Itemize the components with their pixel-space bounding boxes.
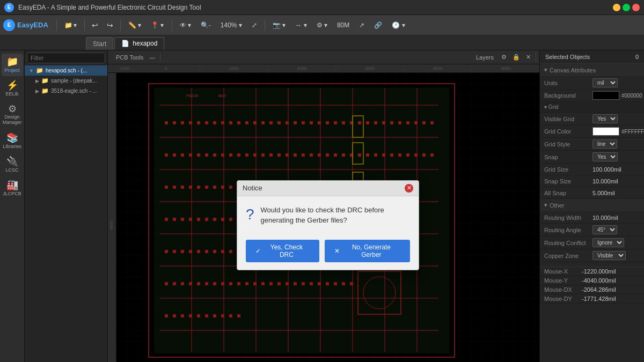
draw-menu-button[interactable]: ✏️ ▾ xyxy=(125,19,145,31)
file-sample-label: sample - (deepak... xyxy=(51,78,97,84)
file-item-sample[interactable]: ▶ 📁 sample - (deepak... xyxy=(25,76,107,86)
grid-size-row: Grid Size 100.000mil xyxy=(540,164,644,175)
snap-select[interactable]: YesNo xyxy=(592,152,618,161)
dialog: Notice ✕ ? Would you like to check the D… xyxy=(237,180,419,270)
file-filter-area xyxy=(25,50,107,65)
history-button[interactable]: 🕐 ▾ xyxy=(388,19,408,31)
visible-grid-label: Visible Grid xyxy=(544,116,592,122)
tab-hexapod-label: hexapod xyxy=(133,40,157,47)
sidebar-item-design-manager[interactable]: ⚙ DesignManager xyxy=(2,101,23,129)
zoom-level[interactable]: 140% ▾ xyxy=(217,19,246,31)
tab-start[interactable]: Start xyxy=(86,37,113,50)
copper-zone-value: VisibleHidden xyxy=(592,251,640,260)
checkmark-icon: ✓ xyxy=(255,247,261,255)
pcb-tools-minimize[interactable]: — xyxy=(147,53,158,62)
snap-size-row: Snap Size 10.000mil xyxy=(540,175,644,187)
ruler-vertical: -1000 0 1000 2000 xyxy=(108,73,116,362)
layers-lock[interactable]: 🔒 xyxy=(510,53,523,62)
dialog-close-button[interactable]: ✕ xyxy=(405,184,413,193)
file-eagle-label: 3518-eagle.sch - ... xyxy=(51,88,97,94)
zoom-in-button[interactable]: ⤢ xyxy=(248,19,261,31)
dialog-title: Notice xyxy=(243,184,262,192)
collapse-icon: ▾ xyxy=(544,67,547,73)
folder-icon-3: 📁 xyxy=(41,87,49,94)
units-select[interactable]: milmm xyxy=(592,78,618,87)
pcb-canvas[interactable]: F8230 BoY Notice ✕ ? Would you like to c… xyxy=(116,73,539,362)
grid-color-swatch[interactable] xyxy=(592,127,619,136)
folder-icon: 📁 xyxy=(64,21,72,29)
all-snap-label: All Snap xyxy=(544,190,592,196)
close-button[interactable] xyxy=(632,4,640,11)
right-panel: Selected Objects 0 ▾ Canvas Attributes U… xyxy=(539,50,644,362)
mouse-y-row: Mouse-Y -4040.000mil xyxy=(540,276,644,285)
all-snap-row: All Snap 5.000mil xyxy=(540,187,644,199)
export-button[interactable]: ↗ xyxy=(355,19,368,31)
sidebar-item-libraries[interactable]: 📚 Libraries xyxy=(2,130,23,152)
routing-angle-label: Routing Angle xyxy=(544,227,592,233)
sidebar-eelib-label: EELib xyxy=(5,91,18,97)
mouse-dy-label: Mouse-DY xyxy=(544,295,582,302)
redo-button[interactable]: ↪ xyxy=(104,18,116,32)
titlebar: E EasyEDA - A Simple and Powerful Electr… xyxy=(0,0,644,15)
route-button[interactable]: ↔ ▾ xyxy=(291,19,310,31)
sidebar-item-eelib[interactable]: ⚡ EELib xyxy=(2,77,23,100)
other-label: Other xyxy=(550,202,565,209)
zoom-out-button[interactable]: 🔍- xyxy=(197,19,215,31)
file-menu-button[interactable]: 📁▾ xyxy=(61,19,80,31)
hexapod-icon: 📄 xyxy=(121,40,129,47)
toolbar-separator-2 xyxy=(84,19,85,31)
undo-button[interactable]: ↩ xyxy=(89,18,101,32)
visible-grid-select[interactable]: YesNo xyxy=(592,114,618,123)
left-sidebar: 📁 Project ⚡ EELib ⚙ DesignManager 📚 Libr… xyxy=(0,50,25,362)
copper-zone-select[interactable]: VisibleHidden xyxy=(592,251,626,260)
share-button[interactable]: 🔗 xyxy=(370,19,386,31)
selected-objects-label: Selected Objects xyxy=(545,54,590,60)
cross-icon: ✕ xyxy=(334,247,340,255)
80m-label[interactable]: 80M xyxy=(333,19,353,31)
folder-icon-2: 📁 xyxy=(41,77,49,84)
minimize-button[interactable] xyxy=(613,4,620,11)
routing-angle-select[interactable]: 45°90° xyxy=(592,225,617,234)
grid-color-row: Grid Color #FFFFFF xyxy=(540,125,644,138)
tab-hexapod[interactable]: 📄 hexapod xyxy=(114,37,164,50)
view-button[interactable]: 👁 ▾ xyxy=(176,19,195,31)
layers-label: Layers xyxy=(476,54,494,61)
place-menu-button[interactable]: 📍 ▾ xyxy=(147,19,167,31)
component-button[interactable]: ⚙ ▾ xyxy=(313,19,331,31)
grid-style-select[interactable]: linedot xyxy=(592,139,617,149)
mouse-x-value: -1220.000mil xyxy=(582,268,616,275)
pcb-tools-group: PCB Tools — xyxy=(111,53,160,62)
sidebar-item-lcsc[interactable]: 🔌 LCSC xyxy=(2,153,23,176)
pcb-tools-button[interactable]: PCB Tools xyxy=(113,53,146,62)
grid-color-value: #FFFFFF xyxy=(592,127,644,136)
canvas-attributes-label: Canvas Attributes xyxy=(550,67,596,73)
copper-zone-label: Copper Zone xyxy=(544,253,592,259)
sidebar-item-project[interactable]: 📁 Project xyxy=(2,54,23,76)
yes-check-drc-button[interactable]: ✓ Yes, Check DRC xyxy=(246,240,319,262)
routing-width-row: Routing Width 10.000mil xyxy=(540,212,644,224)
routing-conflict-value: IgnoreError xyxy=(592,238,640,247)
main-layout: 📁 Project ⚡ EELib ⚙ DesignManager 📚 Libr… xyxy=(0,50,644,362)
routing-angle-value: 45°90° xyxy=(592,225,640,234)
layers-settings[interactable]: ⚙ xyxy=(499,53,509,62)
tab-bar: Start 📄 hexapod xyxy=(0,35,644,50)
visible-grid-row: Visible Grid YesNo xyxy=(540,113,644,125)
filter-input[interactable] xyxy=(27,53,105,63)
background-label: Background xyxy=(544,92,592,99)
background-color-swatch[interactable] xyxy=(592,91,619,100)
routing-conflict-label: Routing Conflict xyxy=(544,240,592,246)
layers-close[interactable]: ✕ xyxy=(523,53,533,62)
file-item-eagle[interactable]: ▶ 📁 3518-eagle.sch - ... xyxy=(25,86,107,96)
camera-button[interactable]: 📷 ▾ xyxy=(269,19,289,31)
units-label: Units xyxy=(544,80,592,86)
no-generate-gerber-button[interactable]: ✕ No, Generate Gerber xyxy=(325,240,410,262)
other-section[interactable]: ▾ Other xyxy=(540,199,644,212)
routing-conflict-select[interactable]: IgnoreError xyxy=(592,238,624,247)
maximize-button[interactable] xyxy=(623,4,630,11)
canvas-attributes-section[interactable]: ▾ Canvas Attributes xyxy=(540,64,644,77)
arrow-icon: ▼ xyxy=(29,68,34,73)
file-item-hexapod[interactable]: ▼ 📁 hexapod.sch - (... xyxy=(25,65,107,76)
layers-button[interactable]: Layers xyxy=(472,53,498,62)
sidebar-item-jlcpcb[interactable]: 🏭 JLCPCB xyxy=(2,177,23,200)
file-hexapod-label: hexapod.sch - (... xyxy=(46,68,87,73)
